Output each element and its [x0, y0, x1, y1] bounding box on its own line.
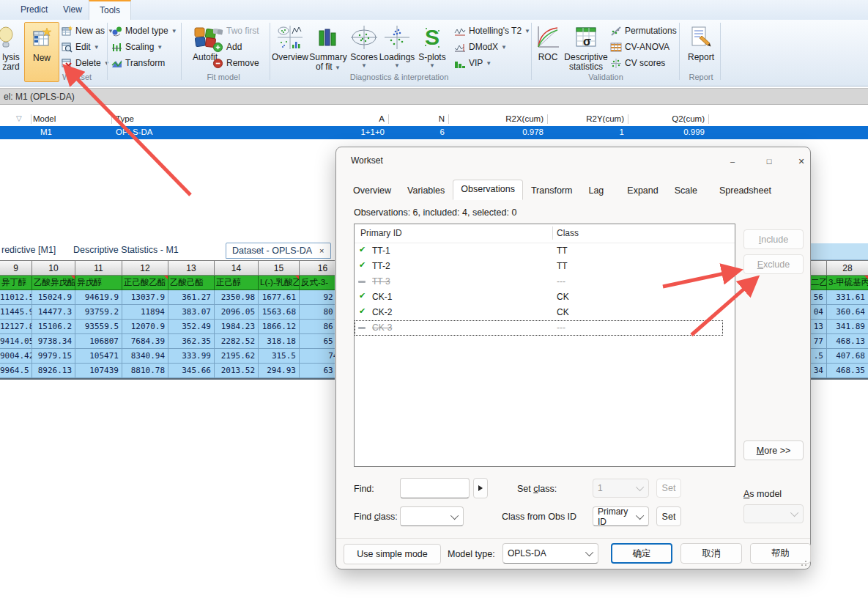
analysis-wizard-button[interactable]: lysis zard [0, 22, 22, 81]
sheet-cell[interactable]: 12127.8 [0, 320, 32, 334]
sheet-cell[interactable]: 15106.2 [32, 320, 75, 334]
hotellings-t2-button[interactable]: Hotelling's T2▼ [454, 23, 530, 38]
sheet-cell[interactable]: 8926.13 [32, 364, 75, 378]
sheet-column-header[interactable]: 3-甲硫基丙 [827, 276, 868, 290]
sheet-column-header[interactable]: 异戊醇 [75, 276, 122, 290]
cancel-button[interactable]: 取消 [680, 543, 742, 564]
col-class[interactable]: Class [557, 228, 579, 238]
sheet-cell[interactable]: 107439 [75, 364, 122, 378]
exclude-button[interactable]: Exclude [743, 254, 804, 274]
as-model-dropdown[interactable] [743, 504, 804, 523]
col-header-q2[interactable]: Q2(cum) [631, 114, 705, 123]
tab-transform[interactable]: Transform [523, 181, 581, 200]
sheet-column-header[interactable]: L(-)-乳酸乙 [259, 276, 300, 290]
sheet-cell[interactable]: 56 [809, 290, 827, 305]
observation-row[interactable]: ✔CK-1CK [355, 290, 723, 305]
sheet-column-number[interactable]: 9 [0, 260, 32, 276]
s-plots-button[interactable]: S S-plots ▼ [415, 22, 449, 81]
close-tab-icon[interactable]: × [319, 246, 324, 255]
sheet-cell[interactable]: 9414.05 [0, 334, 32, 349]
observation-row[interactable]: ✔CK-2CK [355, 305, 723, 320]
observations-list[interactable]: Primary ID Class ✔TT-1TT✔TT-2TTTT-3---✔C… [354, 224, 735, 467]
sheet-cell[interactable]: 383.07 [168, 305, 215, 320]
scaling-button[interactable]: Scaling▼ [111, 40, 177, 54]
sheet-cell[interactable]: 2013.52 [215, 364, 259, 378]
more-button[interactable]: More >> [743, 440, 804, 460]
tab-predict[interactable]: Predict [10, 0, 58, 20]
sheet-cell[interactable]: 468.13 [827, 334, 868, 349]
filter-icon[interactable]: ▽ [16, 114, 22, 122]
sheet-cell[interactable]: 345.66 [168, 364, 215, 378]
loadings-button[interactable]: Loadings ▼ [379, 22, 415, 81]
cv-anova-button[interactable]: CV-ANOVA [610, 40, 677, 54]
sheet-column-header[interactable]: 二乙 [809, 276, 827, 290]
sheet-cell[interactable]: 11012.5 [0, 290, 32, 305]
two-first-button[interactable]: Two first [212, 23, 259, 38]
col-header-a[interactable]: A [315, 114, 385, 123]
descriptive-statistics-button[interactable]: σ Descriptive statistics [562, 22, 610, 81]
sheet-cell[interactable]: 8810.78 [122, 364, 168, 378]
ok-button[interactable]: 确定 [611, 543, 672, 564]
tab-dataset[interactable]: Dataset - OPLS-DA× [226, 243, 331, 259]
tab-scale[interactable]: Scale [667, 181, 705, 200]
sheet-column-number[interactable] [809, 260, 827, 276]
tab-view[interactable]: View [53, 0, 92, 20]
edit-button[interactable]: Edit▼ [62, 40, 114, 54]
sheet-cell[interactable]: 9964.5 [0, 364, 32, 378]
sheet-column-header[interactable]: 正己酸乙酯 [122, 276, 168, 290]
sheet-cell[interactable]: 77 [809, 334, 827, 349]
sheet-column-number[interactable]: 16 [300, 260, 335, 276]
set-class-from-button[interactable]: Set [656, 506, 681, 526]
sheet-cell[interactable]: 2350.98 [215, 290, 259, 305]
sheet-cell[interactable]: 315.5 [259, 349, 300, 364]
tab-predictive[interactable]: redictive [M1] [1, 245, 56, 255]
set-class-dropdown[interactable]: 1 [593, 479, 649, 498]
sheet-cell[interactable]: 94619.9 [75, 290, 122, 305]
model-type-button[interactable]: Model type▼ [111, 23, 177, 38]
sheet-column-number[interactable]: 14 [215, 260, 259, 276]
sheet-cell[interactable]: 93559.5 [75, 320, 122, 334]
dmodx-button[interactable]: DModX▼ [454, 40, 530, 54]
sheet-column-number[interactable]: 11 [75, 260, 122, 276]
sheet-cell[interactable]: 361.27 [168, 290, 215, 305]
sheet-cell[interactable]: 65.0 [300, 334, 335, 349]
summary-of-fit-button[interactable]: Summary of fit ▼ [308, 22, 348, 81]
sheet-cell[interactable]: 1563.68 [259, 305, 300, 320]
overview-button[interactable]: Overview [272, 22, 308, 81]
sheet-cell[interactable]: 34 [809, 364, 827, 378]
sheet-column-header[interactable]: 异丁醇 [0, 276, 32, 290]
sheet-cell[interactable]: 318.18 [259, 334, 300, 349]
model-row-selected[interactable]: M1 OPLS-DA 1+1+0 6 0.978 1 0.999 [0, 126, 868, 139]
sheet-column-number[interactable]: 13 [168, 260, 215, 276]
observation-row[interactable]: CK-3--- [355, 320, 723, 336]
sheet-cell[interactable]: 86.6 [300, 320, 335, 334]
find-class-dropdown[interactable] [400, 506, 464, 526]
col-primary-id[interactable]: Primary ID [360, 228, 402, 238]
sheet-cell[interactable]: .5 [809, 349, 827, 364]
transform-button[interactable]: Transform [111, 56, 177, 70]
col-header-model[interactable]: Model [33, 114, 56, 123]
sheet-cell[interactable]: 11894 [122, 305, 168, 320]
tab-spreadsheet[interactable]: Spreadsheet [711, 181, 779, 200]
set-class-button[interactable]: Set [656, 479, 681, 498]
sheet-cell[interactable]: 360.64 [827, 305, 868, 320]
sheet-column-number[interactable]: 15 [259, 260, 300, 276]
remove-component-button[interactable]: Remove [212, 56, 259, 70]
sheet-cell[interactable]: 331.61 [827, 290, 868, 305]
delete-button[interactable]: Delete▼ [62, 56, 114, 70]
cv-scores-button[interactable]: CV scores [610, 56, 677, 70]
find-input[interactable] [400, 478, 470, 498]
sheet-cell[interactable]: 9979.15 [32, 349, 75, 364]
sheet-cell[interactable]: 1677.61 [259, 290, 300, 305]
roc-button[interactable]: ROC [534, 22, 562, 81]
tab-variables[interactable]: Variables [399, 181, 453, 200]
sheet-column-number[interactable]: 28 [827, 260, 868, 276]
tab-descriptive-statistics[interactable]: Descriptive Statistics - M1 [73, 245, 179, 255]
sheet-cell[interactable]: 2282.52 [215, 334, 259, 349]
add-component-button[interactable]: Add [212, 40, 259, 54]
sheet-cell[interactable]: 9738.34 [32, 334, 75, 349]
sheet-column-header[interactable]: 乙酸异戊酯 [32, 276, 75, 290]
sheet-column-header[interactable]: 乙酸己酯 [168, 276, 215, 290]
sheet-cell[interactable]: 93759.2 [75, 305, 122, 320]
sheet-cell[interactable]: 7684.39 [122, 334, 168, 349]
